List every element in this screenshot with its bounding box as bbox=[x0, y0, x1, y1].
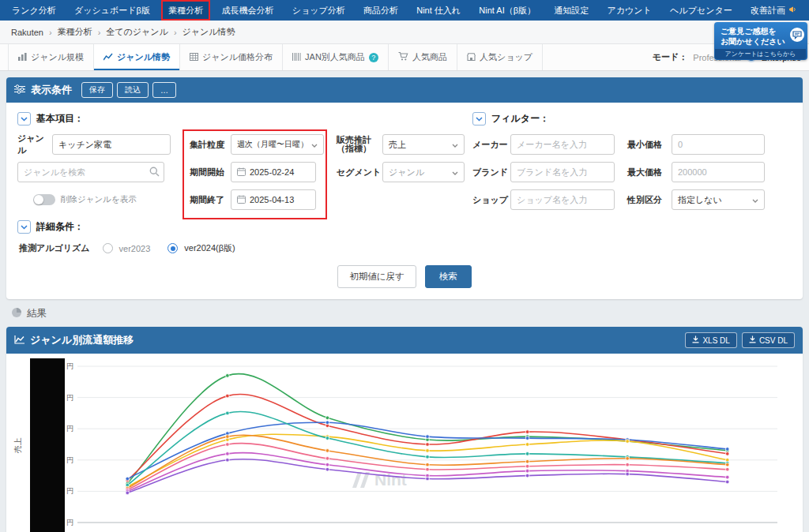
show-deleted-genres-label: 削除ジャンルを表示 bbox=[61, 194, 137, 205]
nav-item-account[interactable]: アカウント bbox=[600, 0, 659, 21]
nav-label: アカウント bbox=[608, 5, 652, 17]
collapse-chevron-icon[interactable] bbox=[472, 112, 486, 126]
nav-item-improvement[interactable]: 改善計画 bbox=[743, 0, 804, 21]
search-icon bbox=[149, 167, 160, 178]
xls-download-label: XLS DL bbox=[702, 336, 729, 345]
y-tick-label: 円 bbox=[66, 425, 73, 433]
genre-search-input[interactable] bbox=[17, 162, 164, 182]
maker-input[interactable] bbox=[510, 134, 615, 155]
nav-item-industry-analysis[interactable]: 業種分析 bbox=[161, 0, 210, 21]
collapse-chevron-icon[interactable] bbox=[17, 220, 31, 234]
reset-button[interactable]: 初期値に戻す bbox=[337, 265, 416, 288]
period-end-input[interactable]: 2025-04-13 bbox=[231, 189, 316, 210]
nav-label: ヘルプセンター bbox=[670, 5, 732, 17]
gender-value: 指定しない bbox=[678, 194, 722, 206]
tab-genre-price-distribution[interactable]: ジャンル価格分布 bbox=[180, 44, 283, 70]
tab-bar: ジャンル規模 ジャンル情勢 ジャンル価格分布 JAN別人気商品 ? 人気商品 人… bbox=[0, 44, 809, 71]
tab-genre-trend[interactable]: ジャンル情勢 bbox=[94, 44, 180, 70]
min-price-input[interactable] bbox=[672, 134, 765, 155]
nav-item-help[interactable]: ヘルプセンター bbox=[663, 0, 739, 21]
toggle-knob bbox=[34, 195, 43, 204]
breadcrumb-separator: › bbox=[98, 28, 101, 37]
nav-label: 商品分析 bbox=[363, 5, 398, 17]
results-icon bbox=[11, 307, 22, 320]
results-heading: 結果 bbox=[11, 307, 798, 320]
filter-card: 表示条件 保存 読込 … 基本項目： ジャンル bbox=[6, 77, 803, 299]
nav-item-notifications[interactable]: 通知設定 bbox=[547, 0, 596, 21]
sales-metric-select[interactable]: 売上 bbox=[382, 134, 465, 155]
line-chart-icon bbox=[14, 335, 24, 346]
search-button[interactable]: 検索 bbox=[425, 265, 472, 288]
radio-ver2024[interactable] bbox=[167, 243, 178, 253]
y-tick-label: 円 bbox=[66, 519, 73, 526]
segment-select[interactable]: ジャンル bbox=[382, 162, 465, 182]
top-navigation: ランク分析 ダッシュボードβ版 業種分析 成長機会分析 ショップ分析 商品分析 … bbox=[0, 0, 809, 21]
sales-metric-value: 売上 bbox=[389, 139, 406, 151]
chart-card-header: ジャンル別流通額推移 XLS DL CSV DL bbox=[6, 327, 803, 354]
detail-section-header: 詳細条件： bbox=[17, 220, 792, 234]
radio-ver2023-label: ver2023 bbox=[119, 244, 151, 253]
chart-card: ジャンル別流通額推移 XLS DL CSV DL 円円円円円円Nint25/2/… bbox=[6, 327, 803, 532]
feedback-survey-link[interactable]: アンケートはこちらから bbox=[715, 49, 806, 59]
period-end-value: 2025-04-13 bbox=[250, 195, 294, 204]
xls-download-button[interactable]: XLS DL bbox=[685, 332, 736, 348]
tab-popular-shops[interactable]: 人気ショップ bbox=[457, 44, 543, 70]
feedback-banner[interactable]: ご意見ご感想を お聞かせください アンケートはこちらから bbox=[714, 22, 807, 60]
max-price-input[interactable] bbox=[672, 162, 765, 182]
y-tick-label: 円 bbox=[66, 394, 73, 402]
shop-icon bbox=[467, 53, 476, 62]
maker-label: メーカー bbox=[472, 139, 510, 151]
algorithm-label: 推測アルゴリズム bbox=[19, 242, 90, 254]
nav-label: 改善計画 bbox=[751, 5, 785, 17]
nav-item-growth[interactable]: 成長機会分析 bbox=[214, 0, 280, 21]
breadcrumb-separator: › bbox=[49, 28, 52, 37]
save-button[interactable]: 保存 bbox=[81, 82, 113, 98]
genre-input[interactable] bbox=[52, 134, 171, 155]
radio-ver2023[interactable] bbox=[103, 243, 113, 253]
breadcrumb-item[interactable]: Rakuten bbox=[11, 28, 43, 37]
nav-item-dashboard[interactable]: ダッシュボードβ版 bbox=[67, 0, 157, 21]
breadcrumb-item[interactable]: 全てのジャンル bbox=[106, 26, 168, 38]
calendar-icon bbox=[237, 167, 246, 178]
cart-icon bbox=[398, 52, 408, 62]
detail-section-title: 詳細条件： bbox=[36, 220, 84, 234]
collapse-chevron-icon[interactable] bbox=[17, 112, 31, 126]
nav-label: ショップ分析 bbox=[292, 5, 345, 17]
period-start-input[interactable]: 2025-02-24 bbox=[231, 162, 316, 182]
show-deleted-genres-toggle[interactable] bbox=[33, 194, 55, 205]
nav-item-nint-ai[interactable]: Nint AI（β版） bbox=[472, 0, 543, 21]
load-button[interactable]: 読込 bbox=[117, 82, 149, 98]
tab-jan-popular-products[interactable]: JAN別人気商品 ? bbox=[283, 44, 389, 70]
granularity-select[interactable]: 週次（月曜〜日曜） bbox=[231, 134, 324, 155]
chevron-down-icon bbox=[311, 140, 318, 149]
calendar-icon bbox=[237, 195, 246, 205]
barcode-icon bbox=[292, 53, 301, 62]
help-badge-icon[interactable]: ? bbox=[369, 53, 378, 62]
feedback-text: お聞かせください bbox=[721, 36, 787, 47]
nav-label: Nint 仕入れ bbox=[416, 5, 461, 17]
more-button[interactable]: … bbox=[152, 82, 176, 98]
chevron-down-icon bbox=[452, 140, 458, 149]
nav-item-product-analysis[interactable]: 商品分析 bbox=[356, 0, 405, 21]
gender-select[interactable]: 指定しない bbox=[672, 189, 765, 210]
nav-item-rank[interactable]: ランク分析 bbox=[5, 0, 63, 21]
period-group: 集計粒度 週次（月曜〜日曜） 期間開始 2025-02-2 bbox=[190, 134, 329, 217]
shop-input[interactable] bbox=[510, 189, 615, 210]
radio-ver2024-label: ver2024(β版) bbox=[184, 242, 235, 254]
csv-download-label: CSV DL bbox=[759, 336, 788, 345]
tab-popular-products[interactable]: 人気商品 bbox=[389, 44, 457, 70]
segment-value: ジャンル bbox=[389, 167, 424, 178]
download-icon bbox=[749, 335, 756, 345]
brand-input[interactable] bbox=[510, 162, 615, 182]
nav-label: Nint AI（β版） bbox=[479, 5, 536, 17]
nav-item-shiire[interactable]: Nint 仕入れ bbox=[409, 0, 468, 21]
genre-label: ジャンル bbox=[17, 133, 52, 156]
line-chart-icon bbox=[103, 53, 113, 62]
brand-label: ブランド bbox=[472, 167, 510, 178]
breadcrumb-item[interactable]: 業種分析 bbox=[58, 26, 92, 38]
nav-item-shop-analysis[interactable]: ショップ分析 bbox=[285, 0, 352, 21]
max-price-label: 最大価格 bbox=[627, 167, 672, 178]
results-heading-text: 結果 bbox=[27, 307, 47, 320]
tab-genre-scale[interactable]: ジャンル規模 bbox=[8, 44, 94, 70]
csv-download-button[interactable]: CSV DL bbox=[742, 332, 795, 348]
